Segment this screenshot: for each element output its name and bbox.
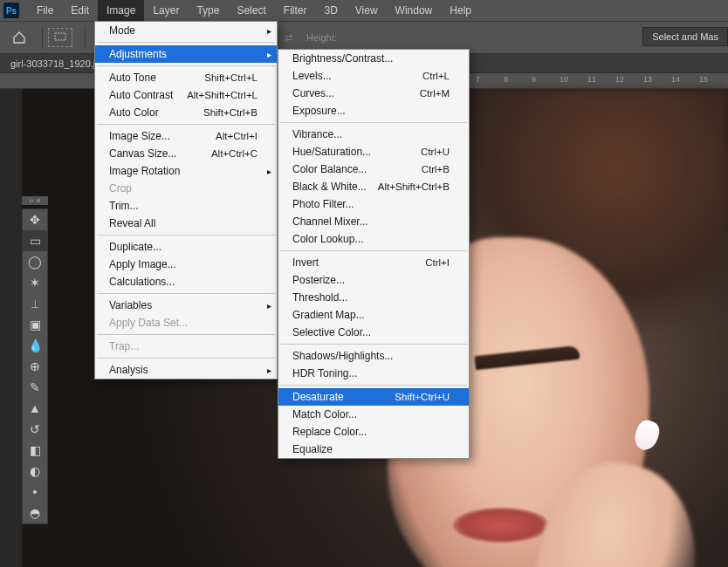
menu-layer[interactable]: Layer [144,0,188,21]
image-menu-variables[interactable]: Variables▸ [95,297,277,314]
menu-item-label: Color Balance... [292,163,367,175]
image-menu-auto-contrast[interactable]: Auto ContrastAlt+Shift+Ctrl+L [95,86,277,104]
adjustments-menu-black-white[interactable]: Black & White...Alt+Shift+Ctrl+B [278,178,469,195]
gradient-tool[interactable]: ◐ [23,461,47,482]
move-tool[interactable]: ✥ [23,209,47,230]
brush-tool[interactable]: ✎ [23,377,47,398]
adjustments-menu-threshold[interactable]: Threshold... [278,289,469,306]
crop-tool[interactable]: ⟂ [23,293,47,314]
menu-item-label: Desaturate [292,391,344,403]
adjustments-menu-vibrance[interactable]: Vibrance... [278,126,469,143]
menu-item-label: Trap... [109,340,139,352]
image-menu-adjustments[interactable]: Adjustments▸ [95,45,277,63]
image-menu-auto-color[interactable]: Auto ColorShift+Ctrl+B [95,104,277,121]
eraser-tool[interactable]: ◧ [23,440,47,461]
blur-tool[interactable]: • [23,482,47,502]
history-brush-tool[interactable]: ↺ [23,419,47,440]
menu-item-label: Invert [292,256,319,269]
menu-filter[interactable]: Filter [275,0,316,21]
menu-item-label: Trim... [109,200,139,212]
dodge-tool[interactable]: ◓ [23,502,47,523]
menu-item-label: Shadows/Highlights... [292,350,393,362]
menu-item-label: Canvas Size... [109,147,176,160]
select-and-mask-button[interactable]: Select and Mas [642,27,728,46]
menu-item-label: Auto Tone [109,72,156,84]
tools-panel: ✥▭◯✶⟂▣💧⊕✎▲↺◧◐•◓ [22,208,48,524]
adjustments-menu-hue-saturation[interactable]: Hue/Saturation...Ctrl+U [278,143,469,161]
menu-separator [280,122,467,123]
menu-item-shortcut: Alt+Ctrl+I [216,131,258,141]
lasso-tool[interactable]: ◯ [23,251,47,272]
menu-item-label: Photo Filter... [292,198,354,210]
menu-item-label: Threshold... [292,291,347,304]
image-menu-auto-tone[interactable]: Auto ToneShift+Ctrl+L [95,69,277,86]
image-menu-canvas-size[interactable]: Canvas Size...Alt+Ctrl+C [95,145,277,162]
adjustments-menu-invert[interactable]: InvertCtrl+I [278,254,469,271]
adjustments-menu-gradient-map[interactable]: Gradient Map... [278,306,469,324]
menu-type[interactable]: Type [188,0,228,21]
menu-window[interactable]: Window [387,0,442,21]
adjustments-menu-equalize[interactable]: Equalize [278,441,469,458]
menu-separator [97,334,275,335]
stamp-tool[interactable]: ▲ [23,398,47,419]
menu-item-label: Exposure... [292,105,346,117]
menu-item-label: Hue/Saturation... [292,146,371,158]
divider [85,26,86,49]
menu-image[interactable]: Image [98,0,144,21]
menu-item-label: Mode [109,24,135,37]
adjustments-menu-posterize[interactable]: Posterize... [278,271,469,289]
adjustments-menu-photo-filter[interactable]: Photo Filter... [278,195,469,213]
rect-marquee-tool[interactable]: ▭ [23,230,47,251]
menu-3d[interactable]: 3D [315,0,346,21]
eyedropper-tool[interactable]: 💧 [23,335,47,356]
menu-separator [97,42,275,43]
image-menu-mode[interactable]: Mode▸ [95,22,277,39]
adjustments-menu-color-lookup[interactable]: Color Lookup... [278,230,469,248]
frame-tool[interactable]: ▣ [23,314,47,335]
adjustments-menu-color-balance[interactable]: Color Balance...Ctrl+B [278,161,469,178]
image-menu-duplicate[interactable]: Duplicate... [95,238,277,256]
image-menu-apply-image[interactable]: Apply Image... [95,256,277,273]
menu-file[interactable]: File [28,0,62,21]
divider [42,26,43,49]
menu-view[interactable]: View [347,0,387,21]
menu-item-label: Vibrance... [292,128,342,140]
document-tab[interactable]: girl-3033718_1920.j [5,57,100,71]
image-menu-image-rotation[interactable]: Image Rotation▸ [95,162,277,180]
image-menu-calculations[interactable]: Calculations... [95,273,277,290]
image-menu-trim[interactable]: Trim... [95,197,277,215]
menu-select[interactable]: Select [228,0,274,21]
adjustments-menu-shadows-highlights[interactable]: Shadows/Highlights... [278,347,469,365]
tool-preset-picker[interactable] [48,28,72,47]
menu-item-shortcut: Ctrl+L [422,71,450,81]
home-button[interactable] [7,27,31,48]
menu-item-label: Posterize... [292,274,345,286]
adjustments-menu-hdr-toning[interactable]: HDR Toning... [278,365,469,382]
image-menu-reveal-all[interactable]: Reveal All [95,215,277,232]
menu-separator [97,358,275,359]
menu-item-label: Image Rotation [109,165,180,177]
adjustments-menu-curves[interactable]: Curves...Ctrl+M [278,85,469,102]
menu-item-label: Variables [109,299,152,311]
menu-edit[interactable]: Edit [62,0,98,21]
adjustments-menu-exposure[interactable]: Exposure... [278,102,469,120]
magic-wand-tool[interactable]: ✶ [23,272,47,293]
menu-help[interactable]: Help [441,0,480,21]
toolbar-handle[interactable]: ›› × [22,196,48,205]
menu-item-shortcut: Alt+Ctrl+C [211,148,258,159]
adjustments-menu-brightness-contrast[interactable]: Brightness/Contrast... [278,50,469,67]
image-menu-analysis[interactable]: Analysis▸ [95,361,277,379]
image-menu-image-size[interactable]: Image Size...Alt+Ctrl+I [95,127,277,145]
patch-tool[interactable]: ⊕ [23,356,47,377]
adjustments-menu-channel-mixer[interactable]: Channel Mixer... [278,213,469,230]
menu-item-shortcut: Alt+Shift+Ctrl+B [378,181,450,192]
menu-separator [280,250,467,251]
adjustments-menu-desaturate[interactable]: DesaturateShift+Ctrl+U [278,388,469,406]
adjustments-menu-replace-color[interactable]: Replace Color... [278,423,469,441]
swap-dimensions-icon[interactable]: ⇄ [285,32,292,44]
ruler-mark: 9 [532,75,536,84]
submenu-arrow-icon: ▸ [267,50,271,59]
adjustments-menu-selective-color[interactable]: Selective Color... [278,324,469,341]
adjustments-menu-levels[interactable]: Levels...Ctrl+L [278,67,469,85]
adjustments-menu-match-color[interactable]: Match Color... [278,406,469,423]
